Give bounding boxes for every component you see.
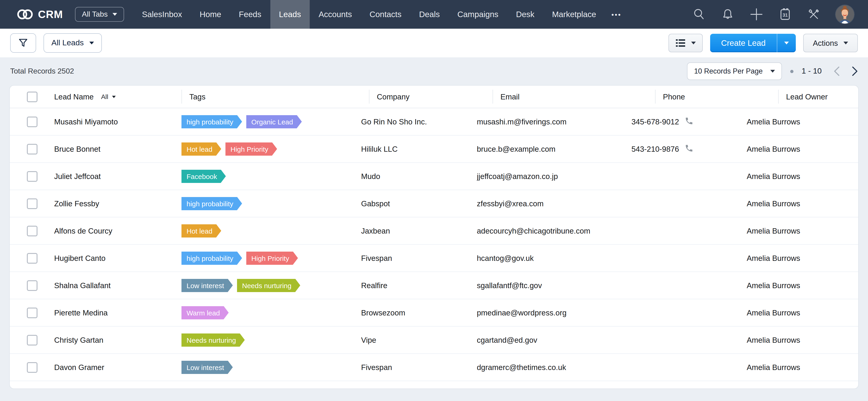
table-row[interactable]: Pierette Medina Warm lead Browsezoom pme… [10, 299, 858, 327]
tag[interactable]: high probability [182, 252, 242, 265]
nav-more-button[interactable]: ••• [605, 0, 628, 29]
nav-item-leads[interactable]: Leads [270, 0, 310, 29]
toolbar-right: Create Lead Actions [668, 34, 858, 52]
nav-item-deals[interactable]: Deals [410, 0, 449, 29]
table-row[interactable]: Christy Gartan Needs nurturing Vipe cgar… [10, 327, 858, 354]
add-icon[interactable] [749, 7, 764, 21]
column-header-tags[interactable]: Tags [182, 90, 369, 104]
brand[interactable]: CRM [0, 0, 75, 29]
nav-item-desk[interactable]: Desk [507, 0, 543, 29]
lead-name-link[interactable]: Hugibert Canto [54, 254, 105, 262]
table-row[interactable]: Bruce Bonnet Hot leadHigh Priority Hilil… [10, 135, 858, 163]
lead-name-link[interactable]: Christy Gartan [54, 336, 103, 344]
records-per-page-dropdown[interactable]: 10 Records Per Page [687, 62, 782, 80]
lead-owner-cell: Amelia Burrows [747, 117, 858, 126]
row-checkbox[interactable] [27, 335, 37, 345]
row-checkbox[interactable] [27, 362, 37, 373]
column-header-company[interactable]: Company [369, 90, 493, 104]
row-checkbox[interactable] [27, 171, 37, 181]
lead-name-link[interactable]: Davon Gramer [54, 363, 104, 371]
chevron-down-icon [89, 42, 94, 44]
row-checkbox[interactable] [27, 253, 37, 263]
nav-item-salesinbox[interactable]: SalesInbox [133, 0, 191, 29]
lead-name-link[interactable]: Bruce Bonnet [54, 144, 100, 153]
select-all-checkbox[interactable] [27, 91, 37, 102]
column-header-lead-name[interactable]: Lead Name All [54, 90, 182, 104]
nav-item-home[interactable]: Home [191, 0, 230, 29]
app-viewport: CRM All Tabs SalesInboxHomeFeedsLeadsAcc… [0, 0, 868, 401]
column-header-email[interactable]: Email [493, 90, 655, 104]
nav-item-feeds[interactable]: Feeds [230, 0, 270, 29]
nav-item-accounts[interactable]: Accounts [310, 0, 361, 29]
tag[interactable]: High Priority [225, 142, 277, 156]
lead-name-link[interactable]: Shalna Gallafant [54, 281, 111, 289]
user-avatar[interactable] [836, 5, 854, 24]
pagination-controls: 10 Records Per Page 1 - 10 [687, 62, 858, 80]
table-row[interactable]: Hugibert Canto high probabilityHigh Prio… [10, 245, 858, 272]
chevron-down-icon [843, 42, 848, 44]
phone-cell: 345-678-9012 [631, 116, 747, 127]
tags-cell: Hot lead [182, 224, 361, 237]
email-cell: jjeffcoatj@amazon.co.jp [477, 172, 631, 180]
lead-name-all-filter[interactable]: All [101, 93, 116, 100]
nav-right-icons: 31 [692, 0, 868, 29]
phone-call-icon[interactable] [685, 116, 693, 127]
tag[interactable]: Needs nurturing [182, 333, 245, 347]
create-lead-button[interactable]: Create Lead [710, 34, 796, 52]
lead-name-link[interactable]: Pierette Medina [54, 308, 107, 316]
nav-item-marketplace[interactable]: Marketplace [543, 0, 605, 29]
actions-button[interactable]: Actions [803, 34, 858, 52]
company-cell: Fivespan [361, 254, 477, 263]
column-header-phone[interactable]: Phone [655, 90, 778, 104]
view-selector-dropdown[interactable]: All Leads [43, 33, 102, 53]
row-checkbox[interactable] [27, 144, 37, 154]
row-checkbox[interactable] [27, 307, 37, 318]
previous-page-chevron[interactable] [834, 66, 840, 76]
chevron-down-icon [691, 42, 695, 44]
lead-name-link[interactable]: Juliet Jeffcoat [54, 172, 101, 180]
all-tabs-dropdown[interactable]: All Tabs [75, 7, 124, 22]
table-header-row: Lead Name All Tags Company Email Phone L… [10, 86, 858, 108]
column-header-lead-owner[interactable]: Lead Owner [778, 90, 858, 104]
lead-name-link[interactable]: Alfons de Courcy [54, 226, 112, 235]
tags-cell: high probabilityOrganic Lead [182, 115, 361, 128]
list-view-style-button[interactable] [668, 34, 703, 52]
calendar-icon[interactable]: 31 [778, 7, 792, 21]
tag[interactable]: Low interest [182, 361, 233, 374]
list-view-icon [675, 38, 685, 47]
tag[interactable]: Hot lead [182, 142, 221, 156]
lead-name-link[interactable]: Musashi Miyamoto [54, 117, 118, 126]
company-cell: Fivespan [361, 363, 477, 372]
search-icon[interactable] [692, 7, 706, 21]
lead-name-link[interactable]: Zollie Fessby [54, 199, 99, 207]
bell-icon[interactable] [721, 7, 735, 21]
table-row[interactable]: Alfons de Courcy Hot lead Jaxbean adecou… [10, 218, 858, 245]
setup-tools-icon[interactable] [807, 7, 821, 21]
table-row[interactable]: Juliet Jeffcoat Facebook Mudo jjeffcoatj… [10, 163, 858, 190]
nav-item-campaigns[interactable]: Campaigns [448, 0, 507, 29]
tag[interactable]: high probability [182, 115, 242, 128]
tag[interactable]: Organic Lead [246, 115, 302, 128]
row-checkbox[interactable] [27, 280, 37, 291]
table-row[interactable]: Shalna Gallafant Low interestNeeds nurtu… [10, 272, 858, 299]
tag[interactable]: High Priority [246, 252, 298, 265]
tag[interactable]: Warm lead [182, 306, 229, 320]
tag[interactable]: Facebook [182, 169, 226, 183]
table-row[interactable]: Zollie Fessby high probability Gabspot z… [10, 190, 858, 218]
tag[interactable]: Needs nurturing [237, 279, 300, 292]
email-cell: zfessbyi@xrea.com [477, 199, 631, 208]
lead-owner-cell: Amelia Burrows [747, 144, 858, 153]
nav-item-contacts[interactable]: Contacts [361, 0, 410, 29]
tag[interactable]: Low interest [182, 279, 233, 292]
create-lead-split-caret[interactable] [777, 34, 796, 52]
table-row[interactable]: Davon Gramer Low interest Fivespan dgram… [10, 354, 858, 381]
row-checkbox[interactable] [27, 198, 37, 209]
filter-button[interactable] [10, 33, 36, 53]
row-checkbox[interactable] [27, 116, 37, 127]
table-row[interactable]: Musashi Miyamoto high probabilityOrganic… [10, 108, 858, 135]
row-checkbox[interactable] [27, 226, 37, 236]
next-page-chevron[interactable] [852, 66, 858, 76]
tag[interactable]: high probability [182, 197, 242, 210]
tag[interactable]: Hot lead [182, 224, 221, 237]
phone-call-icon[interactable] [685, 144, 693, 154]
